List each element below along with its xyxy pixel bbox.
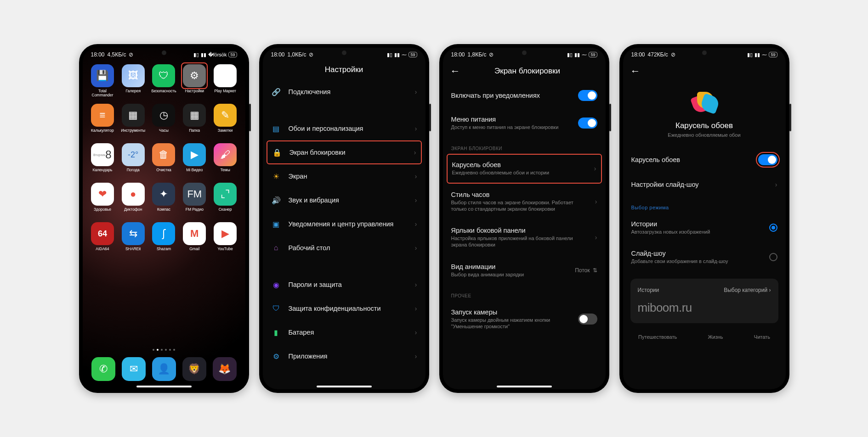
- chevron-right-icon: ›: [594, 165, 596, 172]
- row-label: Стиль часов: [451, 191, 588, 198]
- row-label: Вид анимации: [451, 263, 568, 270]
- mode-row[interactable]: ИсторииАвтозагрузка новых изображений: [623, 213, 786, 242]
- lock-row[interactable]: Ярлыки боковой панелиНастройка ярлыков п…: [443, 219, 606, 256]
- app-play-store[interactable]: ▶Play Маркет: [211, 64, 240, 98]
- app-health[interactable]: ❤Здоровье: [88, 183, 117, 217]
- home-indicator[interactable]: [136, 386, 192, 387]
- settings-row-brightness[interactable]: ☀Экран›: [263, 164, 425, 188]
- status-time: 18:00: [91, 51, 105, 58]
- settings-row-sound[interactable]: 🔊Звук и вибрация›: [263, 188, 425, 212]
- preview-card[interactable]: Истории Выбор категорий › miboom.ru: [630, 279, 778, 323]
- app-weather[interactable]: -2°Погода: [119, 143, 148, 177]
- mode-tab[interactable]: Жизнь: [708, 334, 723, 340]
- app-radio[interactable]: FMFM Радио: [180, 183, 209, 217]
- signal-icon: ▮▯: [567, 52, 573, 58]
- app-gmail[interactable]: MGmail: [180, 222, 209, 256]
- carousel-list[interactable]: Карусель обоев Ежедневно обновляемые обо…: [623, 83, 786, 389]
- other-row[interactable]: Запуск камерыЗапуск камеры двойным нажат…: [443, 301, 606, 337]
- toggle[interactable]: [578, 90, 597, 101]
- settings-row-home[interactable]: ⌂Рабочий стол›: [263, 236, 425, 260]
- updown-icon: ⇅: [593, 267, 597, 274]
- radio[interactable]: [769, 224, 777, 232]
- messages-icon[interactable]: ✉: [122, 357, 146, 381]
- chevron-right-icon: ›: [415, 196, 417, 204]
- app-calendar[interactable]: Вторник8Календарь: [88, 143, 117, 177]
- toggle[interactable]: [578, 314, 597, 325]
- app-label: Настройки: [185, 89, 204, 98]
- app-gear[interactable]: ⚙Настройки: [180, 64, 209, 98]
- calculator-icon: ≡: [91, 104, 114, 127]
- chevron-right-icon: ›: [414, 149, 416, 156]
- settings-row-lock[interactable]: 🔒Экран блокировки›: [267, 140, 422, 164]
- lock-icon: 🔒: [272, 148, 282, 157]
- card-right-label[interactable]: Выбор категорий ›: [724, 287, 771, 293]
- slideshow-settings-row[interactable]: Настройки слайд-шоу ›: [623, 173, 786, 196]
- chevron-right-icon: ›: [415, 88, 417, 95]
- phone-icon[interactable]: ✆: [91, 357, 115, 381]
- toggle-row[interactable]: Меню питанияДоступ к меню питания на экр…: [443, 108, 606, 138]
- topbar: ←: [623, 60, 786, 83]
- settings-row-notifications[interactable]: ▣Уведомления и центр управления›: [263, 212, 425, 236]
- radio[interactable]: [769, 253, 777, 261]
- app-shazam[interactable]: ʃShazam: [149, 222, 178, 256]
- home-icon: ⌂: [271, 244, 281, 252]
- back-button[interactable]: ←: [630, 65, 641, 77]
- settings-row-privacy[interactable]: 🛡Защита конфиденциальности›: [263, 297, 425, 320]
- app-trash[interactable]: 🗑Очистка: [149, 143, 178, 177]
- carousel-toggle[interactable]: [758, 154, 777, 165]
- app-calculator[interactable]: ≡Калькулятор: [88, 104, 117, 138]
- settings-list[interactable]: 🔗Подключения›▤Обои и персонализация›🔒Экр…: [263, 80, 425, 383]
- app-clock[interactable]: ◷Часы: [149, 104, 178, 138]
- apps-icon: ⚙: [271, 352, 281, 361]
- app-aida[interactable]: 64AIDA64: [88, 222, 117, 256]
- app-gallery[interactable]: 🖼Галерея: [119, 64, 148, 98]
- settings-row-wallpaper[interactable]: ▤Обои и персонализация›: [263, 117, 425, 140]
- app-shield[interactable]: 🛡Безопасность: [149, 64, 178, 98]
- chevron-right-icon: ›: [415, 125, 417, 132]
- app-grid[interactable]: 💾Total Commander🖼Галерея🛡Безопасность⚙На…: [83, 60, 245, 346]
- mode-tab[interactable]: Читать: [754, 334, 770, 340]
- app-themes[interactable]: 🖌Темы: [211, 143, 240, 177]
- toggle[interactable]: [578, 118, 597, 129]
- shareit-icon: ⇆: [122, 222, 145, 245]
- row-label: Запуск камеры: [451, 308, 571, 316]
- home-indicator[interactable]: [317, 386, 372, 387]
- brightness-icon: ☀: [271, 172, 281, 181]
- app-save[interactable]: 💾Total Commander: [88, 64, 117, 98]
- lockscreen-list[interactable]: Включать при уведомленияхМеню питанияДос…: [443, 83, 606, 383]
- health-icon: ❤: [91, 183, 114, 206]
- app-notes[interactable]: ✎Заметки: [211, 104, 240, 138]
- mode-tab[interactable]: Путешествовать: [638, 334, 677, 340]
- chevron-right-icon: ›: [415, 220, 417, 228]
- settings-row-apps[interactable]: ⚙Приложения›: [263, 344, 425, 368]
- app-shareit[interactable]: ⇆SHAREit: [119, 222, 148, 256]
- settings-row-link[interactable]: 🔗Подключения›: [263, 80, 425, 104]
- app-folder[interactable]: ▦Папка: [180, 104, 209, 138]
- app-scanner[interactable]: ⌞⌝Сканер: [211, 183, 240, 217]
- settings-row-battery[interactable]: ▮Батарея›: [263, 320, 425, 344]
- row-label: Слайд-шоу: [631, 250, 762, 257]
- carousel-toggle-row[interactable]: Карусель обоев: [623, 147, 786, 173]
- app-compass[interactable]: ✦Компас: [149, 183, 178, 217]
- app-video[interactable]: ▶Mi Видео: [180, 143, 209, 177]
- firefox-icon[interactable]: 🦊: [213, 357, 237, 381]
- app-youtube[interactable]: ▶YouTube: [211, 222, 240, 256]
- mode-row[interactable]: Слайд-шоуДобавьте свои изображения в сла…: [623, 242, 786, 272]
- app-folder[interactable]: ▦Инструменты: [119, 104, 148, 138]
- row-label: Ярлыки боковой панели: [451, 227, 588, 234]
- toggle-row[interactable]: Включать при уведомлениях: [443, 83, 606, 108]
- mode-tabs[interactable]: ПутешествоватьЖизньЧитать: [623, 330, 786, 344]
- app-label: YouTube: [217, 247, 233, 256]
- lock-row[interactable]: Карусель обоевЕжедневно обновляемые обои…: [447, 154, 602, 183]
- home-indicator[interactable]: [497, 386, 552, 387]
- chevron-right-icon: ›: [415, 329, 417, 336]
- settings-row-fingerprint[interactable]: ◉Пароли и защита›: [263, 273, 425, 297]
- lock-row[interactable]: Стиль часовВыбор стиля часов на экране б…: [443, 184, 606, 220]
- dock[interactable]: ✆✉👤🦁🦊: [83, 353, 245, 383]
- lock-row[interactable]: Вид анимацииВыбор вида анимации зарядкиП…: [443, 256, 606, 285]
- contacts-icon[interactable]: 👤: [152, 357, 176, 381]
- browser-icon[interactable]: 🦁: [182, 357, 206, 381]
- chevron-right-icon: ›: [415, 305, 417, 312]
- app-recorder[interactable]: ●Диктофон: [119, 183, 148, 217]
- weather-icon: -2°: [122, 143, 145, 166]
